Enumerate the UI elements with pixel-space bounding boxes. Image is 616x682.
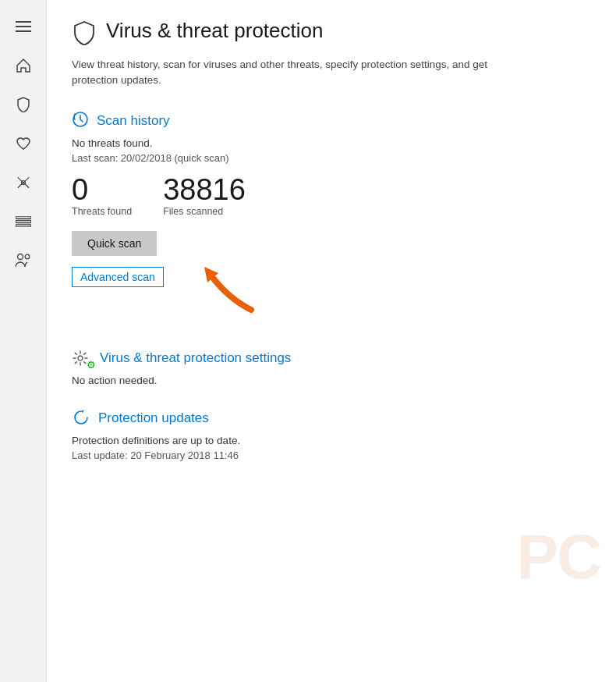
last-scan: Last scan: 20/02/2018 (quick scan) [72, 152, 591, 164]
svg-rect-4 [16, 216, 31, 218]
home-icon [16, 58, 31, 73]
gear-badge-icon: ⚙ [87, 359, 96, 371]
files-scanned-stat: 38816 Files scanned [163, 175, 246, 217]
svg-rect-6 [16, 225, 31, 227]
last-update: Last update: 20 February 2018 11:46 [72, 449, 591, 461]
page-subtitle: View threat history, scan for viruses an… [72, 57, 524, 89]
network-icon [16, 175, 31, 190]
sidebar-item-family[interactable] [6, 243, 41, 278]
files-scanned-label: Files scanned [163, 206, 246, 217]
update-icon [72, 408, 90, 425]
svg-point-7 [17, 254, 23, 260]
scan-history-title: Scan history [97, 113, 170, 129]
stats-row: 0 Threats found 38816 Files scanned [72, 175, 591, 217]
page-header: Virus & threat protection [72, 19, 591, 51]
threats-found-number: 0 [72, 175, 132, 204]
protection-settings-section: ⚙ Virus & threat protection settings No … [72, 348, 591, 386]
advanced-scan-container: Advanced scan [72, 267, 164, 301]
sidebar-item-network[interactable] [6, 165, 41, 200]
sidebar-item-protection[interactable] [6, 87, 41, 122]
sidebar-item-home[interactable] [6, 48, 41, 83]
scan-history-section: Scan history No threats found. Last scan… [72, 111, 591, 301]
scan-history-header: Scan history [72, 111, 591, 131]
protection-updates-header: Protection updates [72, 408, 591, 428]
arrow-indicator [196, 259, 259, 317]
protection-settings-icon: ⚙ [72, 348, 92, 368]
heart-icon [16, 136, 31, 151]
main-content: Virus & threat protection View threat hi… [47, 0, 616, 682]
files-scanned-number: 38816 [163, 175, 246, 204]
sidebar-item-health[interactable] [6, 126, 41, 161]
svg-rect-0 [16, 21, 31, 23]
svg-rect-2 [16, 30, 31, 32]
svg-marker-10 [204, 267, 218, 282]
protection-settings-title: Virus & threat protection settings [100, 350, 291, 366]
page-title: Virus & threat protection [106, 19, 323, 43]
protection-updates-status: Protection definitions are up to date. [72, 435, 591, 446]
scan-status: No threats found. [72, 137, 591, 149]
page-title-icon [72, 20, 97, 51]
protection-updates-title: Protection updates [98, 410, 209, 426]
menu-icon [16, 19, 31, 34]
protection-updates-section: Protection updates Protection definition… [72, 408, 591, 461]
apps-icon [16, 216, 31, 227]
protection-updates-icon [72, 408, 90, 428]
shield-icon [16, 97, 31, 112]
sidebar [0, 0, 47, 682]
scan-history-icon [72, 111, 89, 131]
svg-rect-5 [16, 221, 31, 223]
sidebar-item-apps[interactable] [6, 204, 41, 239]
protection-settings-header: ⚙ Virus & threat protection settings [72, 348, 591, 368]
threats-found-stat: 0 Threats found [72, 175, 132, 217]
advanced-scan-button[interactable]: Advanced scan [72, 267, 164, 287]
watermark: PC [517, 526, 600, 588]
virus-shield-icon [72, 20, 97, 45]
svg-rect-1 [16, 26, 31, 27]
family-icon [15, 253, 32, 268]
sidebar-item-menu[interactable] [6, 9, 41, 44]
protection-settings-status: No action needed. [72, 375, 591, 386]
threats-found-label: Threats found [72, 206, 132, 217]
svg-point-11 [78, 356, 83, 361]
quick-scan-button[interactable]: Quick scan [72, 231, 157, 256]
arrow-icon [196, 259, 259, 314]
svg-point-8 [25, 254, 30, 259]
